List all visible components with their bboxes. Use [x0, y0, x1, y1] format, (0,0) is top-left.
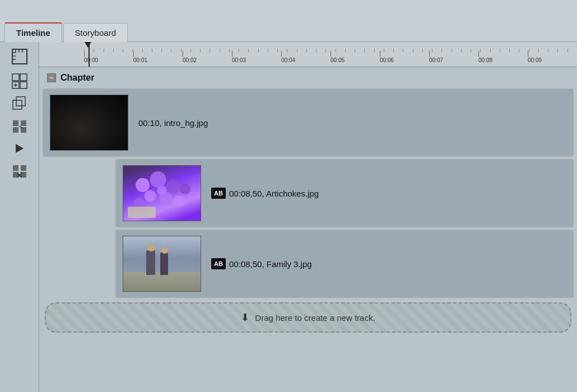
duplicate-icon[interactable]	[10, 94, 30, 114]
time-mark-4: 00:04	[281, 51, 331, 63]
svg-rect-14	[16, 97, 25, 106]
chapter-label: Chapter	[61, 73, 94, 83]
time-mark-3: 00:03	[232, 51, 281, 63]
ruler: 00:00 00:01 00:02 00:03	[39, 42, 577, 67]
track-row-3: AB 00:08,50, Family 3.jpg	[115, 230, 574, 298]
svg-rect-15	[13, 120, 18, 126]
track-info-1: 00:10, intro_hg.jpg	[138, 118, 208, 128]
svg-rect-10	[20, 82, 27, 88]
time-mark-9: 00:09	[528, 51, 577, 63]
tab-timeline[interactable]: Timeline	[4, 22, 62, 42]
tab-storyboard[interactable]: Storyboard	[63, 23, 128, 42]
track-label-3: 00:08,50, Family 3.jpg	[229, 259, 312, 269]
track-row-1: 00:10, intro_hg.jpg	[43, 88, 574, 157]
time-mark-8: 00:08	[478, 51, 528, 63]
main-area: 00:00 00:01 00:02 00:03	[0, 42, 577, 392]
svg-rect-16	[21, 120, 26, 126]
track-thumbnail-2	[123, 165, 201, 221]
time-mark-1: 00:01	[133, 51, 183, 63]
track-label-2: 00:08,50, Artichokes.jpg	[229, 189, 319, 198]
timeline-container: 00:00 00:01 00:02 00:03	[39, 42, 577, 392]
svg-rect-0	[12, 49, 27, 64]
time-mark-5: 00:05	[331, 51, 380, 63]
svg-rect-22	[21, 165, 26, 171]
track-info-2: AB 00:08,50, Artichokes.jpg	[211, 188, 319, 199]
content-area: − Chapter 00:10, intro_hg.jpg	[39, 67, 577, 392]
play-arrow-icon[interactable]	[10, 138, 30, 158]
track-info-3: AB 00:08,50, Family 3.jpg	[211, 258, 312, 269]
track-thumbnail-1	[50, 95, 128, 151]
time-mark-6: 00:06	[380, 51, 429, 63]
chapter-header: − Chapter	[43, 69, 574, 86]
track-thumbnail-3	[123, 236, 201, 292]
time-mark-2: 00:02	[183, 51, 232, 63]
time-mark-7: 00:07	[429, 51, 478, 63]
delete-track-icon[interactable]	[10, 161, 30, 181]
tab-bar: Timeline Storyboard	[0, 0, 577, 42]
chapter-collapse-button[interactable]: −	[47, 73, 56, 82]
track-row-2: AB 00:08,50, Artichokes.jpg	[115, 159, 574, 227]
drag-drop-zone[interactable]: ⬇ Drag here to create a new track.	[45, 302, 571, 333]
track-duration-1: 00:10, intro_hg.jpg	[138, 118, 208, 128]
time-mark-0: 00:00	[84, 51, 133, 63]
svg-marker-20	[16, 144, 24, 153]
svg-rect-7	[12, 74, 19, 81]
svg-rect-17	[13, 127, 18, 133]
toolbar	[0, 42, 39, 392]
drag-drop-label: Drag here to create a new track.	[255, 313, 375, 323]
ab-transition-icon-2: AB	[211, 188, 226, 199]
svg-rect-13	[13, 100, 22, 109]
drag-down-icon: ⬇	[241, 311, 249, 324]
ruler-marks: 00:00 00:01 00:02 00:03	[78, 42, 577, 67]
svg-rect-21	[13, 165, 18, 171]
ruler-icon	[11, 48, 28, 65]
svg-rect-8	[20, 74, 27, 81]
add-track-icon[interactable]	[10, 71, 30, 91]
split-icon[interactable]	[10, 116, 30, 136]
ab-transition-icon-3: AB	[211, 258, 226, 269]
